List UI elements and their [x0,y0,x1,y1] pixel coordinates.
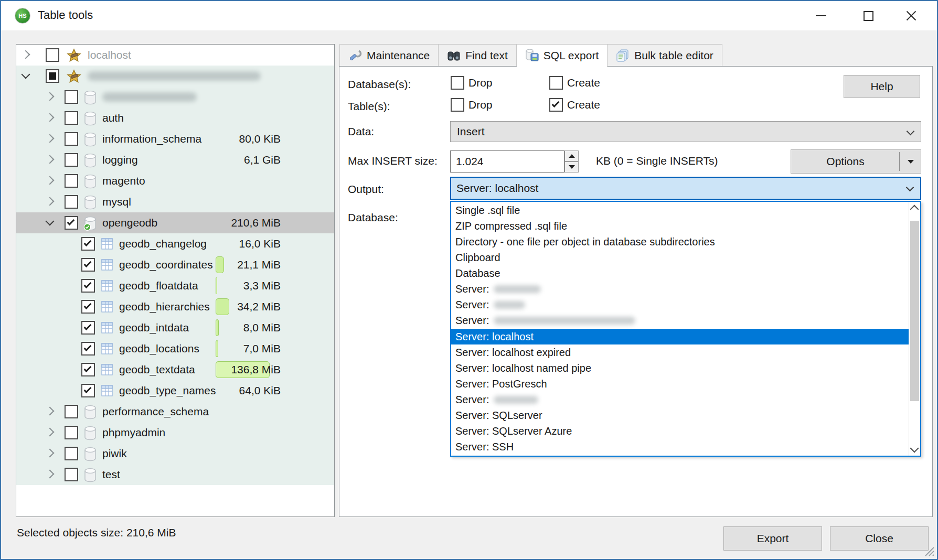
close-dialog-button[interactable]: Close [830,526,929,551]
expander-icon[interactable] [46,92,55,101]
expander-icon[interactable] [46,407,55,416]
tree-row[interactable]: performance_schema [16,401,334,422]
tree-row[interactable]: opengeodb 210,6 MiB [16,212,334,233]
tab-sql-export[interactable]: SQL export [517,44,607,67]
row-checkbox[interactable] [81,279,95,293]
output-combobox[interactable]: Server: localhost [450,177,921,200]
row-checkbox[interactable] [65,216,78,230]
dropdown-option[interactable]: Server: [451,282,909,297]
tree-row[interactable]: localhost [16,45,334,66]
expander-icon[interactable] [46,470,55,479]
scrollbar-thumb[interactable] [910,221,919,401]
row-checkbox[interactable] [65,90,78,104]
dropdown-option[interactable]: ZIP compressed .sql file [451,218,909,234]
export-button[interactable]: Export [723,526,822,551]
dropdown-scrollbar[interactable] [909,202,920,456]
tree-row[interactable]: logging 6,1 GiB [16,149,334,170]
scroll-down-icon[interactable] [910,444,919,453]
dropdown-option[interactable]: Server: localhost [451,329,909,344]
help-button[interactable]: Help [844,75,920,98]
tree-row[interactable]: auth [16,107,334,128]
table-drop-checkbox[interactable]: Drop [451,98,493,112]
dropdown-option[interactable]: Server: localhost expired [451,344,909,360]
table-create-checkbox[interactable]: Create [549,98,600,112]
dropdown-option[interactable]: Single .sql file [451,202,909,218]
dropdown-option[interactable]: Server: [451,297,909,313]
dropdown-option[interactable]: Server: SSH [451,439,909,455]
dropdown-option[interactable]: Server: [451,392,909,408]
expander-icon[interactable] [46,113,55,122]
database-icon [83,116,97,128]
max-insert-size-input[interactable]: 1.024 [450,150,564,173]
row-checkbox[interactable] [65,111,78,125]
tree-row[interactable]: geodb_type_names 64,0 KiB [16,380,334,401]
expander-icon[interactable] [46,155,55,164]
scroll-up-icon[interactable] [910,205,919,214]
dropdown-option[interactable]: Database [451,266,909,282]
row-checkbox[interactable] [81,384,95,397]
database-create-checkbox[interactable]: Create [549,76,600,90]
dropdown-option[interactable]: Clipboard [451,250,909,265]
close-button[interactable] [895,1,928,30]
row-checkbox[interactable] [65,405,78,418]
tree-row[interactable] [16,66,334,87]
dropdown-option[interactable]: Server: SQLserver [451,408,909,424]
tree-row[interactable]: geodb_changelog 16,0 KiB [16,233,334,254]
redacted-text [494,301,525,309]
minimize-button[interactable] [805,1,837,30]
expander-icon[interactable] [46,217,55,226]
tree-row[interactable]: geodb_floatdata 3,3 MiB [16,275,334,296]
tree-row[interactable]: information_schema 80,0 KiB [16,128,334,149]
tree-row[interactable]: phpmyadmin [16,422,334,443]
row-checkbox[interactable] [65,426,78,439]
row-checkbox[interactable] [81,342,95,356]
expander-icon[interactable] [22,50,30,59]
tree-row[interactable]: geodb_coordinates 21,1 MiB [16,254,334,275]
row-checkbox[interactable] [46,69,59,83]
expander-icon[interactable] [46,176,55,185]
tree-row[interactable] [16,87,334,107]
dropdown-option[interactable]: Server: [451,313,909,329]
dropdown-option[interactable]: Server: localhost named pipe [451,360,909,376]
expander-icon[interactable] [46,197,55,206]
row-checkbox[interactable] [65,447,78,460]
row-checkbox[interactable] [81,237,95,251]
tab-maintenance[interactable]: Maintenance [339,44,439,67]
row-checkbox[interactable] [65,132,78,146]
row-checkbox[interactable] [65,468,78,481]
database-drop-checkbox[interactable]: Drop [451,76,493,90]
tab-bulk-table-editor[interactable]: Bulk table editor [607,44,722,67]
tree-row[interactable]: mysql [16,191,334,212]
tree-row[interactable]: magento [16,170,334,191]
dropdown-option[interactable]: Server: PostGresch [451,376,909,392]
row-checkbox[interactable] [65,195,78,209]
dropdown-option[interactable]: Directory - one file per object in datab… [451,234,909,250]
expander-icon[interactable] [46,134,55,143]
row-checkbox[interactable] [81,321,95,335]
row-checkbox[interactable] [81,363,95,376]
tree-row[interactable]: geodb_intdata 8,0 MiB [16,317,334,338]
row-checkbox[interactable] [65,153,78,167]
tree-row[interactable]: geodb_locations 7,0 MiB [16,338,334,359]
row-checkbox[interactable] [81,258,95,272]
row-label: phpmyadmin [102,426,165,439]
tree-row[interactable]: geodb_textdata 136,8 MiB [16,359,334,380]
resize-grip[interactable] [921,543,935,557]
stepper-up-button[interactable] [564,150,579,161]
expander-icon[interactable] [46,449,55,458]
row-checkbox[interactable] [81,300,95,314]
row-checkbox[interactable] [65,174,78,188]
tree-row[interactable]: test [16,464,334,485]
data-combobox[interactable]: Insert [450,121,921,142]
maximize-button[interactable] [852,1,884,30]
dropdown-option[interactable]: Server: SQLserver Azure [451,424,909,439]
options-button[interactable]: Options [791,149,921,174]
row-checkbox[interactable] [46,48,59,62]
expander-icon[interactable] [22,70,30,79]
option-label: Server: [455,283,489,295]
tree-row[interactable]: piwik [16,443,334,464]
expander-icon[interactable] [46,428,55,437]
stepper-down-button[interactable] [564,161,579,173]
tab-find-text[interactable]: Find text [439,44,517,67]
tree-row[interactable]: geodb_hierarchies 34,2 MiB [16,296,334,317]
